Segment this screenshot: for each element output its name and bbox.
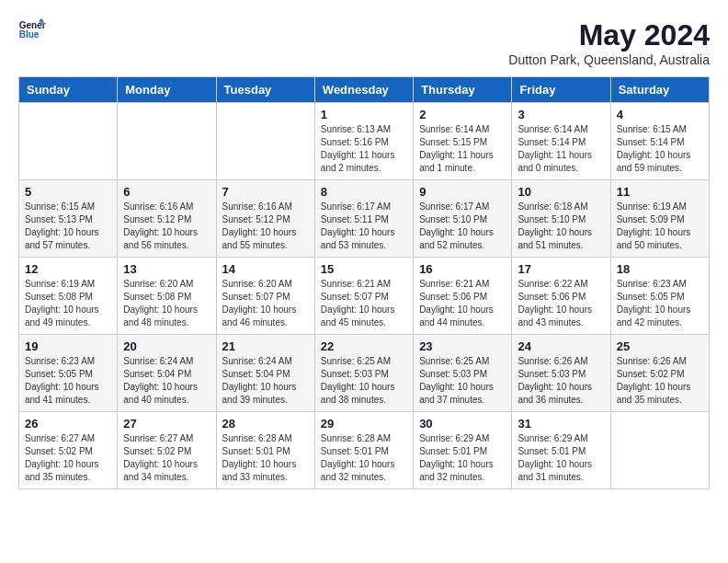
- day-info: Sunrise: 6:18 AMSunset: 5:10 PMDaylight:…: [518, 201, 604, 252]
- logo-icon: General Blue: [18, 18, 46, 41]
- day-header-saturday: Saturday: [610, 77, 709, 103]
- day-number: 24: [518, 339, 604, 353]
- calendar-cell: 25Sunrise: 6:26 AMSunset: 5:02 PMDayligh…: [610, 335, 709, 412]
- calendar-cell: 17Sunrise: 6:22 AMSunset: 5:06 PMDayligh…: [512, 258, 610, 335]
- day-info: Sunrise: 6:26 AMSunset: 5:03 PMDaylight:…: [518, 355, 604, 407]
- calendar-cell: 1Sunrise: 6:13 AMSunset: 5:16 PMDaylight…: [314, 103, 413, 180]
- day-info: Sunrise: 6:21 AMSunset: 5:06 PMDaylight:…: [419, 278, 506, 329]
- calendar-cell: 6Sunrise: 6:16 AMSunset: 5:12 PMDaylight…: [118, 180, 216, 258]
- calendar-week-1: 1Sunrise: 6:13 AMSunset: 5:16 PMDaylight…: [19, 103, 710, 180]
- calendar-cell: 12Sunrise: 6:19 AMSunset: 5:08 PMDayligh…: [19, 258, 118, 335]
- day-number: 20: [123, 339, 210, 353]
- day-info: Sunrise: 6:20 AMSunset: 5:08 PMDaylight:…: [123, 278, 210, 329]
- day-number: 10: [518, 185, 604, 199]
- day-info: Sunrise: 6:23 AMSunset: 5:05 PMDaylight:…: [25, 355, 111, 407]
- calendar-cell: [19, 103, 118, 180]
- day-number: 1: [321, 108, 407, 121]
- day-info: Sunrise: 6:23 AMSunset: 5:05 PMDaylight:…: [617, 278, 703, 329]
- day-number: 12: [25, 262, 111, 276]
- calendar-cell: [216, 103, 314, 180]
- calendar-cell: 26Sunrise: 6:27 AMSunset: 5:02 PMDayligh…: [19, 412, 118, 489]
- header: General Blue May 2024 Dutton Park, Queen…: [18, 18, 710, 67]
- day-info: Sunrise: 6:14 AMSunset: 5:14 PMDaylight:…: [518, 123, 604, 175]
- title-section: May 2024 Dutton Park, Queensland, Austra…: [508, 18, 710, 67]
- day-info: Sunrise: 6:16 AMSunset: 5:12 PMDaylight:…: [123, 201, 210, 252]
- calendar-cell: 24Sunrise: 6:26 AMSunset: 5:03 PMDayligh…: [512, 335, 610, 412]
- day-number: 19: [25, 339, 111, 353]
- logo: General Blue: [18, 18, 46, 41]
- calendar-cell: 19Sunrise: 6:23 AMSunset: 5:05 PMDayligh…: [19, 335, 118, 412]
- day-number: 28: [222, 417, 309, 431]
- day-number: 2: [419, 108, 506, 121]
- calendar-week-3: 12Sunrise: 6:19 AMSunset: 5:08 PMDayligh…: [19, 258, 710, 335]
- calendar-cell: 4Sunrise: 6:15 AMSunset: 5:14 PMDaylight…: [610, 103, 709, 180]
- day-info: Sunrise: 6:29 AMSunset: 5:01 PMDaylight:…: [419, 432, 506, 484]
- day-number: 9: [419, 185, 506, 199]
- calendar-cell: 3Sunrise: 6:14 AMSunset: 5:14 PMDaylight…: [512, 103, 610, 180]
- day-info: Sunrise: 6:24 AMSunset: 5:04 PMDaylight:…: [222, 355, 309, 407]
- calendar-cell: 13Sunrise: 6:20 AMSunset: 5:08 PMDayligh…: [118, 258, 216, 335]
- day-number: 13: [123, 262, 210, 276]
- day-header-wednesday: Wednesday: [314, 77, 413, 103]
- calendar-body: 1Sunrise: 6:13 AMSunset: 5:16 PMDaylight…: [19, 103, 710, 489]
- month-year: May 2024: [508, 18, 710, 52]
- day-number: 5: [25, 185, 111, 199]
- day-number: 22: [321, 339, 407, 353]
- day-info: Sunrise: 6:27 AMSunset: 5:02 PMDaylight:…: [123, 432, 210, 484]
- calendar-cell: [118, 103, 216, 180]
- calendar-cell: 14Sunrise: 6:20 AMSunset: 5:07 PMDayligh…: [216, 258, 314, 335]
- day-number: 18: [617, 262, 703, 276]
- calendar-table: SundayMondayTuesdayWednesdayThursdayFrid…: [18, 76, 710, 489]
- calendar-cell: 7Sunrise: 6:16 AMSunset: 5:12 PMDaylight…: [216, 180, 314, 258]
- day-number: 17: [518, 262, 604, 276]
- calendar-cell: 11Sunrise: 6:19 AMSunset: 5:09 PMDayligh…: [610, 180, 709, 258]
- day-info: Sunrise: 6:22 AMSunset: 5:06 PMDaylight:…: [518, 278, 604, 329]
- day-number: 14: [222, 262, 309, 276]
- day-info: Sunrise: 6:17 AMSunset: 5:11 PMDaylight:…: [321, 201, 407, 252]
- day-info: Sunrise: 6:15 AMSunset: 5:13 PMDaylight:…: [25, 201, 111, 252]
- calendar-cell: 31Sunrise: 6:29 AMSunset: 5:01 PMDayligh…: [512, 412, 610, 489]
- calendar-cell: 9Sunrise: 6:17 AMSunset: 5:10 PMDaylight…: [414, 180, 512, 258]
- calendar-cell: 30Sunrise: 6:29 AMSunset: 5:01 PMDayligh…: [414, 412, 512, 489]
- calendar-cell: 2Sunrise: 6:14 AMSunset: 5:15 PMDaylight…: [414, 103, 512, 180]
- day-info: Sunrise: 6:17 AMSunset: 5:10 PMDaylight:…: [419, 201, 506, 252]
- day-info: Sunrise: 6:14 AMSunset: 5:15 PMDaylight:…: [419, 123, 506, 175]
- day-header-thursday: Thursday: [414, 77, 512, 103]
- calendar-cell: 23Sunrise: 6:25 AMSunset: 5:03 PMDayligh…: [414, 335, 512, 412]
- day-number: 4: [617, 108, 703, 121]
- day-header-friday: Friday: [512, 77, 610, 103]
- day-number: 27: [123, 417, 210, 431]
- day-info: Sunrise: 6:24 AMSunset: 5:04 PMDaylight:…: [123, 355, 210, 407]
- day-info: Sunrise: 6:13 AMSunset: 5:16 PMDaylight:…: [321, 123, 407, 175]
- calendar-cell: 22Sunrise: 6:25 AMSunset: 5:03 PMDayligh…: [314, 335, 413, 412]
- day-info: Sunrise: 6:21 AMSunset: 5:07 PMDaylight:…: [321, 278, 407, 329]
- day-info: Sunrise: 6:25 AMSunset: 5:03 PMDaylight:…: [321, 355, 407, 407]
- day-number: 23: [419, 339, 506, 353]
- location: Dutton Park, Queensland, Australia: [508, 52, 710, 67]
- day-info: Sunrise: 6:15 AMSunset: 5:14 PMDaylight:…: [617, 123, 703, 175]
- day-info: Sunrise: 6:19 AMSunset: 5:09 PMDaylight:…: [617, 201, 703, 252]
- calendar-header-row: SundayMondayTuesdayWednesdayThursdayFrid…: [19, 77, 710, 103]
- day-number: 30: [419, 417, 506, 431]
- calendar-week-2: 5Sunrise: 6:15 AMSunset: 5:13 PMDaylight…: [19, 180, 710, 258]
- day-info: Sunrise: 6:20 AMSunset: 5:07 PMDaylight:…: [222, 278, 309, 329]
- calendar-cell: 27Sunrise: 6:27 AMSunset: 5:02 PMDayligh…: [118, 412, 216, 489]
- day-number: 21: [222, 339, 309, 353]
- calendar-week-5: 26Sunrise: 6:27 AMSunset: 5:02 PMDayligh…: [19, 412, 710, 489]
- calendar-cell: 21Sunrise: 6:24 AMSunset: 5:04 PMDayligh…: [216, 335, 314, 412]
- day-header-tuesday: Tuesday: [216, 77, 314, 103]
- day-number: 31: [518, 417, 604, 431]
- day-info: Sunrise: 6:29 AMSunset: 5:01 PMDaylight:…: [518, 432, 604, 484]
- day-number: 16: [419, 262, 506, 276]
- day-number: 3: [518, 108, 604, 121]
- calendar-cell: 8Sunrise: 6:17 AMSunset: 5:11 PMDaylight…: [314, 180, 413, 258]
- day-info: Sunrise: 6:26 AMSunset: 5:02 PMDaylight:…: [617, 355, 703, 407]
- calendar-cell: 15Sunrise: 6:21 AMSunset: 5:07 PMDayligh…: [314, 258, 413, 335]
- calendar-cell: [610, 412, 709, 489]
- calendar-cell: 16Sunrise: 6:21 AMSunset: 5:06 PMDayligh…: [414, 258, 512, 335]
- day-info: Sunrise: 6:25 AMSunset: 5:03 PMDaylight:…: [419, 355, 506, 407]
- calendar-cell: 10Sunrise: 6:18 AMSunset: 5:10 PMDayligh…: [512, 180, 610, 258]
- calendar-week-4: 19Sunrise: 6:23 AMSunset: 5:05 PMDayligh…: [19, 335, 710, 412]
- day-number: 29: [321, 417, 407, 431]
- day-number: 26: [25, 417, 111, 431]
